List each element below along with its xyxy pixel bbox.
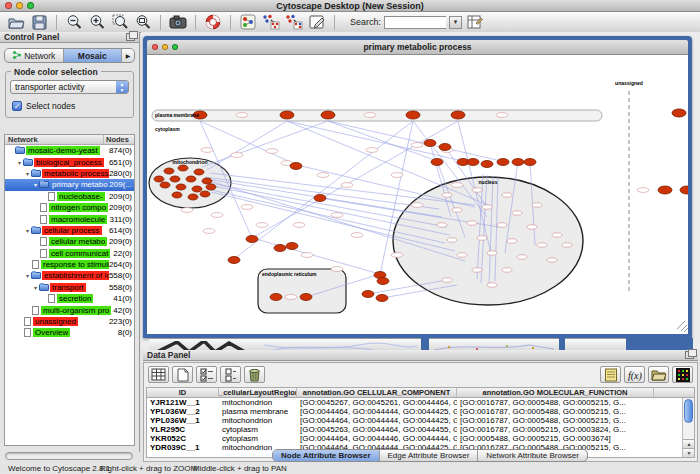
network-node[interactable] bbox=[680, 186, 688, 194]
table-row-ypl036w__2[interactable]: YPL036W__2plasma membrane[GO:0044464, GO… bbox=[147, 407, 694, 416]
network-edge[interactable] bbox=[328, 121, 501, 161]
tree-row-macromolecule[interactable]: macromolecule311(0) bbox=[5, 213, 134, 224]
scrollbar-thumb[interactable] bbox=[684, 399, 693, 423]
network-node[interactable] bbox=[200, 191, 210, 197]
background-window-fragment[interactable] bbox=[429, 338, 559, 350]
network-manager-icon[interactable] bbox=[238, 13, 258, 31]
network-node[interactable] bbox=[376, 295, 388, 302]
node-color-dropdown[interactable]: transporter activity ▲▼ bbox=[10, 80, 129, 94]
network-edge[interactable] bbox=[328, 121, 437, 161]
network-node[interactable] bbox=[170, 176, 180, 182]
zoom-fit-icon[interactable] bbox=[110, 13, 130, 31]
tab-network-attribute-browser[interactable]: Network Attribute Browser bbox=[478, 450, 586, 461]
network-node[interactable] bbox=[154, 176, 164, 182]
network-node[interactable] bbox=[377, 278, 389, 285]
network-node[interactable] bbox=[206, 184, 216, 190]
network-node[interactable] bbox=[321, 111, 335, 119]
table-row-yjr121w__1[interactable]: YJR121W__1mitochondrion[GO:0045267, GO:0… bbox=[147, 398, 694, 407]
network-node[interactable] bbox=[194, 169, 204, 175]
network-node[interactable] bbox=[431, 159, 443, 166]
notepad-icon[interactable] bbox=[600, 366, 621, 383]
tree-col-network[interactable]: Network bbox=[5, 135, 104, 144]
disclosure-triangle-icon[interactable]: ▾ bbox=[24, 272, 31, 279]
table-row-ylr295c[interactable]: YLR295Ccytoplasm[GO:0045263, GO:0044464,… bbox=[147, 425, 694, 434]
network-node[interactable] bbox=[280, 111, 294, 119]
network-node[interactable] bbox=[270, 294, 282, 301]
scroll-up-button[interactable]: ▲ bbox=[683, 439, 695, 448]
help-icon[interactable] bbox=[203, 13, 223, 31]
tree-row-response-to-stimulu[interactable]: response to stimulu264(0) bbox=[5, 259, 134, 270]
annotation-icon[interactable] bbox=[307, 13, 327, 31]
tree-row-nucleobase-[interactable]: nucleobase-209(0) bbox=[5, 191, 134, 202]
tree-row-transport[interactable]: ▾transport558(0) bbox=[5, 282, 134, 293]
tree-row-multi-organism-pro[interactable]: multi-organism pro42(0) bbox=[5, 304, 134, 315]
tab-node-attribute-browser[interactable]: Node Attribute Browser bbox=[273, 450, 380, 461]
network-node[interactable] bbox=[188, 194, 198, 200]
background-window-fragment[interactable] bbox=[565, 338, 626, 350]
network-edge[interactable] bbox=[202, 121, 328, 167]
network-node[interactable] bbox=[300, 294, 312, 301]
network-view-window[interactable]: primary metabolic process plasma membran… bbox=[143, 36, 692, 338]
layout-a-icon[interactable] bbox=[261, 13, 281, 31]
network-window-titlebar[interactable]: primary metabolic process bbox=[147, 40, 688, 55]
disclosure-triangle-icon[interactable]: ▾ bbox=[32, 284, 39, 291]
network-node[interactable] bbox=[160, 182, 170, 188]
network-node[interactable] bbox=[228, 257, 240, 264]
table-row-ykr052c[interactable]: YKR052Ccytoplasm[GO:0044464, GO:0044446,… bbox=[147, 434, 694, 443]
table-row-ypl036w__1[interactable]: YPL036W__1mitochondrion[GO:0044464, GO:0… bbox=[147, 416, 694, 425]
tree-row-mosaic-demo-yeast[interactable]: mosaic-demo-yeast874(0) bbox=[5, 145, 134, 156]
app-titlebar[interactable]: Cytoscape Desktop (New Session) bbox=[0, 0, 700, 12]
network-node[interactable] bbox=[424, 140, 436, 147]
column-header-molecular-function[interactable]: annotation.GO MOLECULAR_FUNCTION bbox=[457, 388, 654, 397]
network-edge[interactable] bbox=[234, 121, 413, 259]
float-panel-icon[interactable] bbox=[126, 33, 135, 41]
disclosure-triangle-icon[interactable]: ▾ bbox=[16, 159, 23, 166]
tree-row-cell-communicat[interactable]: cell communicat22(0) bbox=[5, 248, 134, 259]
network-node[interactable] bbox=[512, 159, 524, 166]
network-edge[interactable] bbox=[200, 121, 297, 165]
network-node[interactable] bbox=[192, 186, 202, 192]
table-icon[interactable] bbox=[148, 366, 169, 383]
network-canvas[interactable]: plasma membranecytoplasmmitochondrionnuc… bbox=[147, 55, 688, 334]
network-node[interactable] bbox=[524, 159, 536, 166]
select-attrs-icon[interactable] bbox=[196, 366, 217, 383]
tree-row-secretion[interactable]: secretion41(0) bbox=[5, 293, 134, 304]
network-node[interactable] bbox=[274, 245, 286, 252]
tree-row-primary-metabo[interactable]: ▾primary metabo209(... bbox=[5, 179, 134, 190]
network-edge[interactable] bbox=[207, 121, 287, 170]
column-header-region[interactable]: _cellularLayoutRegion bbox=[219, 388, 297, 397]
float-panel-icon[interactable] bbox=[685, 351, 694, 359]
network-node[interactable] bbox=[176, 184, 186, 190]
tree-row-nitrogen-compo[interactable]: nitrogen compo209(0) bbox=[5, 202, 134, 213]
import-icon[interactable] bbox=[648, 366, 669, 383]
network-node[interactable] bbox=[178, 165, 188, 171]
network-node[interactable] bbox=[406, 111, 420, 119]
search-options-dropdown[interactable]: ▼ bbox=[449, 16, 462, 29]
network-node[interactable] bbox=[439, 144, 451, 151]
resize-grip-icon[interactable] bbox=[677, 321, 688, 332]
select-nodes-checkbox[interactable]: ✓ bbox=[12, 101, 22, 111]
column-header-cellular-component[interactable]: annotation.GO CELLULAR_COMPONENT bbox=[297, 388, 457, 397]
tree-row-establishment-of-lo[interactable]: ▾establishment of lo558(0) bbox=[5, 270, 134, 281]
tree-row-cellular-process[interactable]: ▾cellular process614(0) bbox=[5, 225, 134, 236]
network-node[interactable] bbox=[246, 236, 258, 243]
disclosure-triangle-icon[interactable]: ▾ bbox=[32, 181, 39, 188]
zoom-out-icon[interactable] bbox=[64, 13, 84, 31]
table-scrollbar[interactable]: ▲ ▼ bbox=[682, 398, 694, 457]
unselect-attrs-icon[interactable] bbox=[220, 366, 241, 383]
tree-row-metabolic-process[interactable]: ▾metabolic process280(0) bbox=[5, 168, 134, 179]
disclosure-triangle-icon[interactable]: ▾ bbox=[24, 227, 31, 234]
network-node[interactable] bbox=[186, 176, 196, 182]
search-input[interactable] bbox=[384, 16, 446, 29]
network-node[interactable] bbox=[314, 195, 326, 202]
network-edge[interactable] bbox=[212, 180, 442, 217]
tab-overflow-arrow[interactable]: ▶ bbox=[122, 52, 134, 59]
column-header-id[interactable]: ID bbox=[147, 388, 219, 397]
tree-row-biological-process[interactable]: ▾biological_process651(0) bbox=[5, 156, 134, 167]
function-icon[interactable]: f(x) bbox=[624, 366, 645, 383]
network-node[interactable] bbox=[672, 109, 686, 117]
open-icon[interactable] bbox=[6, 13, 26, 31]
tab-network[interactable]: Network bbox=[5, 49, 64, 62]
zoom-in-icon[interactable] bbox=[87, 13, 107, 31]
tree-row-unassigned[interactable]: unassigned223(0) bbox=[5, 316, 134, 327]
